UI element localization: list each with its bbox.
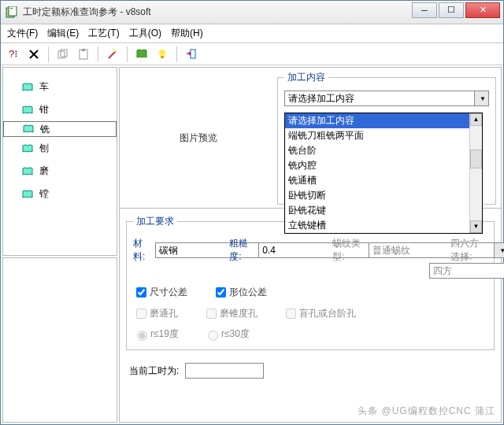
requirement-legend: 加工要求 <box>133 215 177 228</box>
tree-item-1[interactable]: 钳 <box>3 98 117 121</box>
bulb-icon[interactable] <box>154 46 170 62</box>
menubar: 文件(F) 编辑(E) 工艺(T) 工具(O) 帮助(H) <box>1 24 503 43</box>
close-button[interactable]: ✕ <box>465 2 500 18</box>
grind-through-checkbox: 磨通孔 <box>133 306 178 321</box>
category-tree: 车钳铣刨磨镗 <box>2 67 117 256</box>
book-open-icon <box>22 105 33 116</box>
app-window: 工时定额标准查询参考 - v8soft ─ ☐ ✕ 文件(F) 编辑(E) 工艺… <box>0 0 504 425</box>
tree-item-5[interactable]: 镗 <box>3 183 117 205</box>
pos-tol-checkbox[interactable]: 形位公差 <box>213 285 267 300</box>
blind-hole-checkbox: 盲孔或台阶孔 <box>283 306 356 321</box>
watermark: 头条 @UG编程数控CNC 蒲江 <box>358 405 495 418</box>
book-icon[interactable] <box>134 46 150 62</box>
svg-rect-7 <box>58 51 65 58</box>
dropdown-scrollbar[interactable]: ▲ ▼ <box>469 113 482 233</box>
menu-file[interactable]: 文件(F) <box>7 27 38 40</box>
dropdown-option[interactable]: 请选择加工内容 <box>285 113 469 128</box>
dropdown-option[interactable]: 铣通槽 <box>285 173 469 188</box>
delete-icon[interactable] <box>26 46 42 62</box>
svg-rect-10 <box>82 49 85 51</box>
thread-label: 蜴纹类型: <box>332 237 362 264</box>
dropdown-option[interactable]: 端铣刀粗铣两平面 <box>285 128 469 143</box>
minimize-button[interactable]: ─ <box>412 2 437 18</box>
copy-icon[interactable] <box>55 46 71 62</box>
square-label: 四六方选择: <box>450 237 487 264</box>
app-icon <box>6 6 18 19</box>
svg-rect-16 <box>191 50 195 58</box>
menu-tool[interactable]: 工具(O) <box>129 27 161 40</box>
menu-craft[interactable]: 工艺(T) <box>88 27 119 40</box>
material-label: 材料: <box>133 237 149 264</box>
menu-edit[interactable]: 编辑(E) <box>47 27 79 40</box>
titlebar: 工时定额标准查询参考 - v8soft ─ ☐ ✕ <box>1 1 503 24</box>
menu-help[interactable]: 帮助(H) <box>171 27 203 40</box>
svg-rect-2 <box>10 8 13 9</box>
book-open-icon <box>23 124 34 135</box>
dim-tol-checkbox[interactable]: 尺寸公差 <box>133 285 187 300</box>
r30-radio: r≤30度 <box>204 327 250 341</box>
window-title: 工时定额标准查询参考 - v8soft <box>23 6 412 19</box>
tree-item-4[interactable]: 磨 <box>3 160 117 183</box>
dropdown-option[interactable]: 卧铣切断 <box>285 188 469 203</box>
paste-icon[interactable] <box>76 46 91 62</box>
book-open-icon <box>22 189 33 200</box>
scroll-down-button[interactable]: ▼ <box>470 220 482 233</box>
current-time-label: 当前工时为: <box>129 364 179 378</box>
current-time-field[interactable] <box>185 363 264 379</box>
exit-icon[interactable] <box>183 46 199 62</box>
svg-rect-1 <box>9 6 17 16</box>
wand-icon[interactable] <box>105 46 120 62</box>
rough-select[interactable] <box>258 242 384 258</box>
book-open-icon <box>22 143 33 154</box>
dropdown-option[interactable]: 铣台阶 <box>285 143 469 158</box>
svg-line-11 <box>109 52 115 58</box>
help-icon[interactable]: ?⠇ <box>6 46 21 62</box>
tree-item-2[interactable]: 铣 <box>3 121 117 137</box>
content-group: 加工内容 ▼ 请选择加工内容端铣刀粗铣两平面铣台阶铣内腔铣通槽卧铣切断卧铣花键立… <box>277 71 496 205</box>
grind-taper-checkbox: 磨锥度孔 <box>203 306 258 321</box>
thread-dropdown-button[interactable]: ▼ <box>495 242 504 258</box>
svg-point-13 <box>113 49 114 50</box>
toolbar: ?⠇ <box>1 43 503 65</box>
dropdown-option[interactable]: 铣内腔 <box>285 158 469 173</box>
content-dropdown: 请选择加工内容端铣刀粗铣两平面铣台阶铣内腔铣通槽卧铣切断卧铣花键立铣键槽 ▲ ▼ <box>284 113 483 234</box>
scroll-thumb[interactable] <box>470 150 482 168</box>
r19-radio: r≤19度 <box>133 327 179 341</box>
square-select[interactable] <box>429 263 504 279</box>
book-open-icon <box>22 166 33 177</box>
svg-point-12 <box>115 50 117 52</box>
scroll-up-button[interactable]: ▲ <box>470 113 482 126</box>
tree-item-0[interactable]: 车 <box>3 76 117 98</box>
book-open-icon <box>22 82 33 93</box>
maximize-button[interactable]: ☐ <box>439 2 464 18</box>
svg-rect-15 <box>161 56 164 58</box>
requirement-group: 加工要求 材料: ▼ 粗糙度: ▼ 蜴纹类型: ▼ 四六方选择: ▼ 尺寸 <box>126 215 495 350</box>
svg-point-14 <box>159 50 165 56</box>
rough-label: 粗糙度: <box>229 237 252 264</box>
svg-text:⠇: ⠇ <box>14 50 20 59</box>
svg-rect-8 <box>61 50 67 57</box>
dropdown-option[interactable]: 立铣键槽 <box>285 218 469 233</box>
content-combo[interactable] <box>284 91 475 106</box>
left-bottom-panel <box>2 257 117 423</box>
dropdown-option[interactable]: 卧铣花键 <box>285 203 469 218</box>
content-legend: 加工内容 <box>284 71 328 84</box>
image-preview: 图片预览 <box>120 68 277 208</box>
combo-dropdown-button[interactable]: ▼ <box>475 91 489 106</box>
tree-item-3[interactable]: 刨 <box>3 137 117 160</box>
